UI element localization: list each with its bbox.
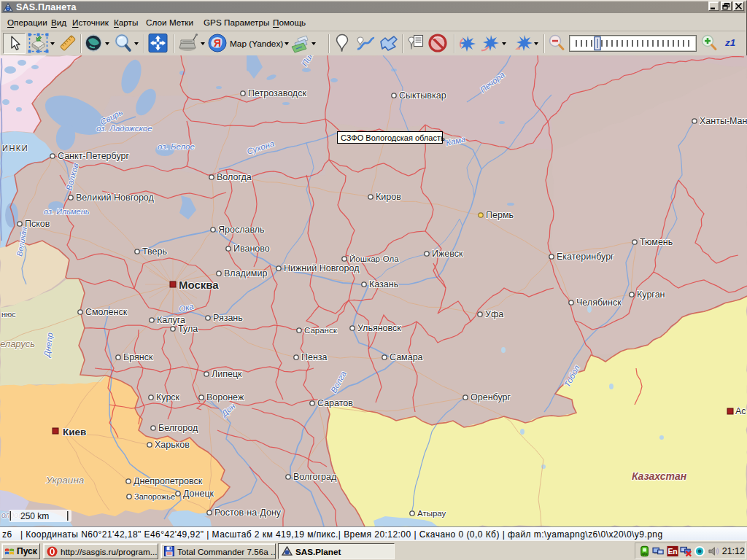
svg-text:Самара: Самара (390, 352, 423, 362)
svg-text:Тверь: Тверь (142, 246, 167, 257)
svg-text:еларусь: еларусь (0, 338, 35, 349)
svg-text:Курган: Курган (637, 289, 665, 300)
svg-text:En: En (668, 547, 678, 555)
svg-text:Нижний Новгород: Нижний Новгород (284, 263, 360, 273)
svg-text:Оренбург: Оренбург (471, 392, 511, 402)
svg-text:Белгород: Белгород (158, 423, 198, 433)
svg-text:Екатеринбург: Екатеринбург (557, 252, 614, 262)
svg-text:Псков: Псков (25, 219, 50, 229)
svg-text:Саратов: Саратов (317, 398, 353, 408)
svg-text:оз. Белое: оз. Белое (158, 142, 195, 151)
svg-text:250 km: 250 km (20, 511, 49, 521)
svg-text:Ижевск: Ижевск (432, 249, 463, 259)
svg-text:Липецк: Липецк (212, 369, 242, 379)
svg-text:Курск: Курск (156, 392, 180, 402)
svg-text:Пенза: Пенза (301, 352, 328, 362)
svg-text:оз. Ильмень: оз. Ильмень (44, 207, 90, 216)
svg-text:Ярославль: Ярославль (218, 225, 265, 235)
svg-text:СЗФО Вологодская область: СЗФО Вологодская область (341, 133, 445, 142)
svg-text:Владимир: Владимир (224, 268, 267, 279)
svg-text:Украина: Украина (45, 475, 85, 486)
svg-text:Воронеж: Воронеж (206, 392, 244, 402)
svg-text:Харьков: Харьков (155, 440, 190, 450)
svg-text:Ульяновск: Ульяновск (357, 323, 401, 333)
svg-text:Москва: Москва (179, 279, 219, 291)
svg-text:Вологда: Вологда (217, 172, 252, 182)
svg-text:Ханты-Ман: Ханты-Ман (700, 116, 747, 126)
svg-text:Смоленск: Смоленск (85, 307, 128, 317)
svg-text:Санкт-Петербург: Санкт-Петербург (58, 151, 129, 161)
svg-text:Саранск: Саранск (304, 326, 338, 335)
svg-text:Запорожье: Запорожье (134, 492, 175, 501)
svg-text:Рязань: Рязань (213, 313, 243, 323)
svg-text:Волгоград: Волгоград (293, 472, 337, 482)
svg-text:Донецк: Донецк (183, 489, 214, 499)
svg-text:Ростов-на-Дону: Ростов-на-Дону (214, 508, 282, 518)
svg-text:Иваново: Иваново (233, 244, 270, 254)
svg-text:Уфа: Уфа (485, 309, 503, 319)
svg-text:Киров: Киров (376, 192, 401, 202)
svg-text:Киев: Киев (63, 427, 86, 438)
svg-text:Днепропетровск: Днепропетровск (133, 476, 203, 486)
svg-text:Тула: Тула (178, 324, 198, 334)
svg-text:Брянск: Брянск (123, 352, 153, 362)
svg-text:qip: qip (642, 551, 648, 556)
svg-text:Тюмень: Тюмень (640, 237, 673, 247)
svg-text:Челябинск: Челябинск (576, 298, 622, 308)
svg-text:ИНКИ: ИНКИ (2, 144, 28, 152)
svg-text:нюс: нюс (1, 310, 16, 319)
svg-text:Атырау: Атырау (417, 509, 446, 518)
svg-text:Ас: Ас (735, 406, 746, 416)
svg-text:Пермь: Пермь (486, 210, 514, 220)
svg-text:Петрозаводск: Петрозаводск (248, 88, 306, 98)
svg-text:Сыктывкар: Сыктывкар (399, 90, 446, 101)
svg-text:Йошкар-Ола: Йошкар-Ола (349, 254, 399, 263)
svg-text:Казахстан: Казахстан (632, 470, 687, 482)
svg-text:Казань: Казань (369, 279, 398, 289)
svg-text:Я: Я (214, 37, 221, 49)
svg-text:Великий Новгород: Великий Новгород (76, 192, 155, 203)
